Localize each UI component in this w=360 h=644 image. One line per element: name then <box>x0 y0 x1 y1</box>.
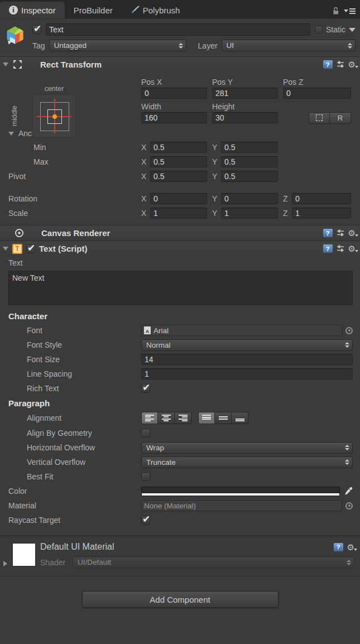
anchor-horizontal-label: center <box>32 85 76 93</box>
tag-dropdown[interactable]: Untagged <box>49 40 186 51</box>
rect-transform-icon <box>12 59 23 70</box>
help-icon[interactable]: ? <box>323 229 333 237</box>
axis-x-label: X <box>141 194 148 203</box>
tab-probuilder[interactable]: ProBuilder <box>65 2 122 18</box>
font-size-field[interactable] <box>141 354 353 365</box>
pos-y-field[interactable] <box>212 88 278 99</box>
rect-transform-header: Rect Transform ? ⚙ <box>0 56 360 72</box>
context-menu-icon[interactable] <box>344 8 356 14</box>
anchors-min-label: Min <box>8 143 141 152</box>
scale-x-field[interactable] <box>150 208 207 219</box>
rotation-y-field[interactable] <box>221 193 278 204</box>
help-icon[interactable]: ? <box>323 60 333 69</box>
dropdown-arrows-icon <box>348 43 352 49</box>
material-preview-thumbnail[interactable] <box>12 543 36 566</box>
static-dropdown-icon[interactable] <box>349 28 356 32</box>
line-spacing-field[interactable] <box>141 368 353 379</box>
tab-polybrush[interactable]: Polybrush <box>122 2 189 18</box>
help-icon[interactable]: ? <box>334 543 343 551</box>
pivot-label: Pivot <box>8 172 141 181</box>
text-script-foldout[interactable] <box>3 247 8 251</box>
presets-icon[interactable] <box>337 229 344 237</box>
gear-icon[interactable]: ⚙ <box>348 229 356 237</box>
gear-icon[interactable]: ⚙ <box>348 244 356 253</box>
active-checkbox[interactable] <box>32 25 41 34</box>
gear-icon[interactable]: ⚙ <box>348 60 356 69</box>
rotation-x-field[interactable] <box>150 193 207 204</box>
anchors-max-y-field[interactable] <box>221 156 278 167</box>
text-content-textarea[interactable]: New Text <box>8 271 353 305</box>
width-field[interactable] <box>141 112 207 123</box>
pos-z-field[interactable] <box>283 88 351 99</box>
font-size-label: Font Size <box>8 355 141 364</box>
color-swatch[interactable] <box>141 487 340 496</box>
name-field[interactable] <box>46 23 310 36</box>
anchors-min-x-field[interactable] <box>150 142 207 153</box>
info-icon: i <box>9 6 18 15</box>
align-left-button[interactable] <box>141 412 158 424</box>
layer-dropdown[interactable]: UI <box>222 40 356 51</box>
static-checkbox[interactable] <box>315 26 323 33</box>
object-picker-icon[interactable] <box>345 502 353 510</box>
anchors-max-x-field[interactable] <box>150 156 207 167</box>
add-component-button[interactable]: Add Component <box>82 591 279 608</box>
align-center-icon <box>162 415 171 421</box>
height-label: Height <box>212 102 278 111</box>
anchor-pivot-dot <box>52 114 57 119</box>
inspector-panel: i Inspector ProBuilder Polybrush <box>0 0 360 644</box>
text-value-label: Text <box>8 258 23 267</box>
font-style-dropdown[interactable]: Normal <box>141 339 353 351</box>
pivot-y-field[interactable] <box>221 171 278 182</box>
scale-y-field[interactable] <box>221 208 278 219</box>
anchor-preset-widget[interactable]: center middle <box>32 94 76 138</box>
height-field[interactable] <box>212 112 278 123</box>
align-by-geometry-label: Align By Geometry <box>8 429 141 438</box>
raw-edit-mode-button[interactable]: R <box>330 112 351 124</box>
align-by-geometry-checkbox[interactable] <box>141 429 150 438</box>
horizontal-alignment-group <box>141 412 191 424</box>
axis-x-label: X <box>141 157 148 166</box>
scale-z-field[interactable] <box>292 208 351 219</box>
align-bottom-button[interactable] <box>232 412 248 424</box>
tag-label: Tag <box>32 41 45 50</box>
horizontal-overflow-dropdown[interactable]: Wrap <box>141 442 353 454</box>
shader-dropdown[interactable]: UI/Default <box>73 556 354 568</box>
material-value: None (Material) <box>144 502 196 510</box>
help-icon[interactable]: ? <box>323 244 333 253</box>
eyedropper-icon[interactable] <box>344 487 353 496</box>
material-preview-foldout[interactable] <box>3 561 7 566</box>
text-enabled-checkbox[interactable] <box>26 244 35 253</box>
align-right-button[interactable] <box>175 412 191 424</box>
best-fit-checkbox[interactable] <box>141 472 150 481</box>
character-heading: Character <box>8 311 47 321</box>
layer-value: UI <box>227 41 234 50</box>
align-top-button[interactable] <box>198 412 215 424</box>
rotation-z-field[interactable] <box>292 193 351 204</box>
rich-text-checkbox[interactable] <box>141 384 150 393</box>
align-center-button[interactable] <box>158 412 175 424</box>
anchors-min-y-field[interactable] <box>221 142 278 153</box>
lock-icon[interactable] <box>332 7 339 15</box>
rotation-label: Rotation <box>8 194 141 203</box>
presets-icon[interactable] <box>337 61 344 68</box>
canvas-renderer-header: Canvas Renderer ? ⚙ <box>0 225 360 241</box>
material-object-field[interactable]: None (Material) <box>141 500 342 511</box>
pos-x-field[interactable] <box>141 88 207 99</box>
rect-transform-foldout[interactable] <box>3 63 8 66</box>
raycast-target-checkbox[interactable] <box>141 516 150 525</box>
tab-inspector[interactable]: i Inspector <box>0 2 65 18</box>
font-asset-icon: A <box>144 326 151 334</box>
gear-icon[interactable]: ⚙ <box>347 543 354 551</box>
pivot-x-field[interactable] <box>150 171 207 182</box>
anchor-preset-graphic[interactable] <box>32 94 76 138</box>
presets-icon[interactable] <box>337 245 344 252</box>
text-script-title: Text (Script) <box>39 244 87 253</box>
vertical-overflow-dropdown[interactable]: Truncate <box>141 456 353 468</box>
align-middle-button[interactable] <box>215 412 232 424</box>
blueprint-mode-button[interactable] <box>309 112 330 124</box>
font-object-field[interactable]: A Arial <box>141 325 342 336</box>
align-middle-icon <box>219 415 228 421</box>
align-right-icon <box>179 415 188 421</box>
axis-y-label: Y <box>212 172 219 181</box>
object-picker-icon[interactable] <box>345 327 353 334</box>
